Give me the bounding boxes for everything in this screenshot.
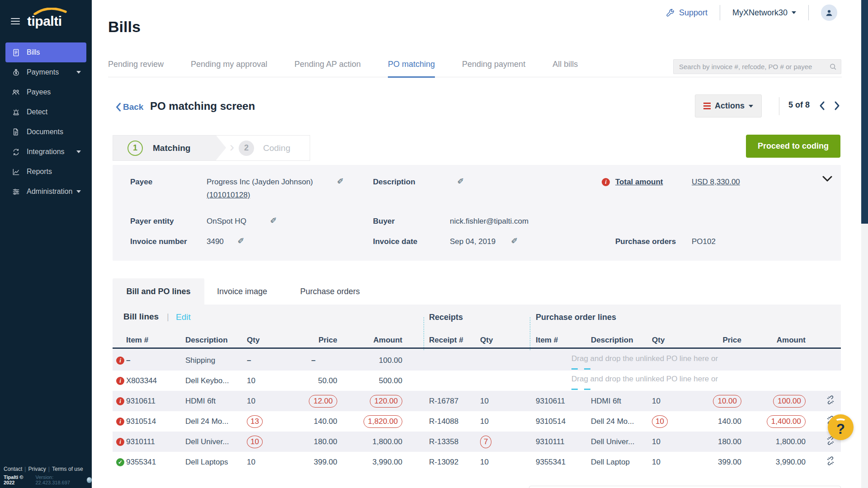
back-button[interactable]: Back xyxy=(115,102,143,112)
terms-link[interactable]: Terms of use xyxy=(52,466,83,472)
sidebar-item-label: Payments xyxy=(27,68,59,76)
bill-price: 140.00 xyxy=(270,417,337,426)
table-row: 9310514 Dell 24 Mo... 13 140.00 1,820.00… xyxy=(113,411,841,432)
col-po-item: Item # xyxy=(536,336,581,345)
step-chevron-icon: › xyxy=(230,139,234,155)
contact-link[interactable]: Contact xyxy=(4,466,22,472)
po-price: 399.00 xyxy=(675,458,741,467)
user-avatar[interactable] xyxy=(821,5,837,21)
search-input[interactable] xyxy=(679,63,829,70)
actions-button[interactable]: Actions xyxy=(695,94,762,117)
sidebar-item-bills[interactable]: Bills xyxy=(5,42,86,62)
account-menu[interactable]: MyXNetwork30 xyxy=(732,8,796,18)
error-icon[interactable] xyxy=(116,377,124,385)
search-box xyxy=(673,59,841,74)
privacy-link[interactable]: Privacy xyxy=(28,466,46,472)
sidebar-header: tipalti xyxy=(0,0,92,29)
sidebar-item-administration[interactable]: Administration xyxy=(5,182,86,202)
sidebar-item-payments[interactable]: Payments xyxy=(5,62,86,82)
invoice-date-value: Sep 04, 2019 xyxy=(450,237,495,246)
scrollbar-thumb[interactable] xyxy=(861,0,868,224)
tab-bill-and-po-lines[interactable]: Bill and PO lines xyxy=(113,278,204,305)
proceed-to-coding-button[interactable]: Proceed to coding xyxy=(746,135,840,158)
payee-id-link[interactable]: (101010128) xyxy=(207,191,250,200)
total-amount-label[interactable]: Total amount xyxy=(615,178,663,187)
menu-icon[interactable] xyxy=(11,18,20,24)
total-amount-warning-icon[interactable] xyxy=(602,178,610,186)
po-price-flagged: 10.00 xyxy=(713,395,741,408)
next-bill-button[interactable] xyxy=(832,99,843,112)
error-icon[interactable] xyxy=(116,438,124,446)
logo-arc-icon xyxy=(33,8,67,15)
edit-bill-lines-link[interactable]: Edit xyxy=(176,312,191,322)
bill-amount: 100.00 xyxy=(337,356,402,365)
bill-summary-panel: Payee Progress Inc (Jayden Johnson) (101… xyxy=(113,165,841,261)
sidebar-item-payees[interactable]: Payees xyxy=(5,82,86,102)
sidebar-item-detect[interactable]: Detect xyxy=(5,102,86,122)
step-matching[interactable]: 1 Matching xyxy=(113,136,216,160)
tab-po-matching[interactable]: PO matching xyxy=(388,55,435,78)
unlink-po-line-icon[interactable] xyxy=(826,456,836,468)
edit-payer-entity-icon[interactable] xyxy=(269,216,279,223)
tab-pending-review[interactable]: Pending review xyxy=(108,55,164,77)
po-qty: 10 xyxy=(652,437,675,446)
scrollbar-track[interactable] xyxy=(861,0,868,488)
edit-payee-icon[interactable] xyxy=(336,177,346,184)
globe-icon[interactable] xyxy=(87,477,92,483)
sidebar-item-label: Integrations xyxy=(27,148,65,156)
bill-amount: 3,990.00 xyxy=(337,458,402,467)
po-drop-zone[interactable]: Drag and drop the unlinked PO line here … xyxy=(538,350,806,371)
search-icon[interactable] xyxy=(829,63,837,71)
purchase-orders-label: Purchase orders xyxy=(615,237,676,246)
copyright-text: Tipalti © 2022 xyxy=(4,474,32,485)
po-price: 140.00 xyxy=(675,417,741,426)
po-matching-screen: tipalti Bills Payments Payee xyxy=(0,0,868,488)
sidebar-item-reports[interactable]: Reports xyxy=(5,162,86,182)
tab-purchase-orders[interactable]: Purchase orders xyxy=(300,278,360,305)
unlink-po-line-icon[interactable] xyxy=(826,395,836,407)
bill-description: Dell Keybo... xyxy=(185,376,244,385)
edit-description-icon[interactable] xyxy=(456,177,466,184)
wizard-steps: 1 Matching › 2 Coding xyxy=(113,135,310,161)
reports-icon xyxy=(11,167,21,177)
bill-description: Dell Laptops xyxy=(185,458,244,467)
invoice-number-label: Invoice number xyxy=(130,237,187,246)
edit-invoice-date-icon[interactable] xyxy=(510,237,520,244)
receipt-qty: 10 xyxy=(480,458,507,467)
bill-amount-flagged: 120.00 xyxy=(370,395,402,408)
error-icon[interactable] xyxy=(116,397,124,405)
edit-invoice-number-icon[interactable] xyxy=(236,237,246,244)
total-amount-value[interactable]: USD 8,330.00 xyxy=(692,178,740,187)
po-amount-flagged: 100.00 xyxy=(773,395,806,408)
bill-price: 180.00 xyxy=(270,437,337,446)
drag-drop-hint: Drag and drop the unlinked PO line here … xyxy=(571,354,718,363)
error-icon[interactable] xyxy=(116,418,124,426)
step-coding[interactable]: 2 Coding xyxy=(226,136,290,160)
sidebar-item-documents[interactable]: Documents xyxy=(5,122,86,142)
tab-all-bills[interactable]: All bills xyxy=(552,55,578,77)
col-item: Item # xyxy=(126,336,183,345)
sidebar-nav: Bills Payments Payees Detect xyxy=(0,42,92,202)
sidebar-item-label: Payees xyxy=(27,88,51,96)
support-link[interactable]: Support xyxy=(665,8,708,18)
po-lines-heading: Purchase order lines xyxy=(536,313,616,322)
sidebar-item-integrations[interactable]: Integrations xyxy=(5,142,86,162)
sidebar-item-label: Detect xyxy=(27,108,47,116)
bill-po-lines-section: Bill lines | Edit Receipts Purchase orde… xyxy=(113,305,841,471)
error-icon[interactable] xyxy=(116,357,124,365)
po-drop-zone[interactable]: Drag and drop the unlinked PO line here … xyxy=(538,371,806,391)
bill-description: Dell 24 Mo... xyxy=(185,417,244,426)
bill-amount: 500.00 xyxy=(337,376,402,385)
previous-bill-button[interactable] xyxy=(816,99,827,112)
payees-icon xyxy=(11,87,21,97)
tab-invoice-image[interactable]: Invoice image xyxy=(217,278,267,305)
bill-description: Shipping xyxy=(185,356,244,365)
collapse-panel-button[interactable] xyxy=(822,176,832,184)
tab-pending-payment[interactable]: Pending payment xyxy=(462,55,525,77)
help-button[interactable]: ? xyxy=(828,414,854,440)
payee-value: Progress Inc (Jayden Johnson) xyxy=(207,178,313,187)
tab-pending-my-approval[interactable]: Pending my approval xyxy=(191,55,267,77)
chevron-left-icon xyxy=(115,103,121,112)
version-text: Version: 22.423.318.697 xyxy=(35,474,83,485)
tab-pending-ap-action[interactable]: Pending AP action xyxy=(294,55,361,77)
